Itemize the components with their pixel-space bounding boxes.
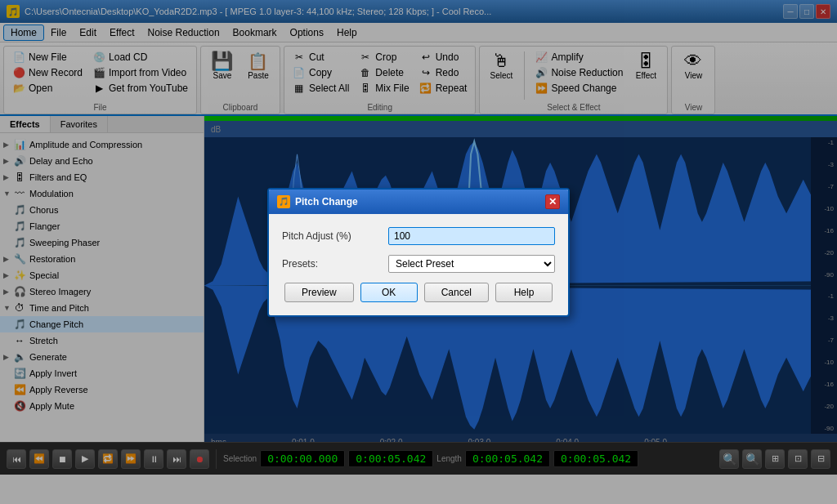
help-btn[interactable]: Help <box>495 283 553 302</box>
modal-title-bar: 🎵 Pitch Change ✕ <box>269 190 568 214</box>
modal-title-left: 🎵 Pitch Change <box>277 195 358 208</box>
presets-select[interactable]: Select Preset <box>388 255 555 273</box>
modal-overlay: 🎵 Pitch Change ✕ Pitch Adjust (%) Preset… <box>0 0 837 504</box>
presets-label: Presets: <box>282 258 388 270</box>
pitch-adjust-row: Pitch Adjust (%) <box>282 227 555 245</box>
modal-title-icon: 🎵 <box>277 195 290 208</box>
modal-body: Pitch Adjust (%) Presets: Select Preset … <box>269 214 568 315</box>
presets-row: Presets: Select Preset <box>282 255 555 273</box>
modal-buttons: Preview OK Cancel Help <box>282 283 555 302</box>
ok-btn[interactable]: OK <box>360 283 418 302</box>
modal-title-text: Pitch Change <box>295 196 358 207</box>
modal-close-btn[interactable]: ✕ <box>545 194 560 209</box>
cancel-btn[interactable]: Cancel <box>424 283 489 302</box>
pitch-change-modal: 🎵 Pitch Change ✕ Pitch Adjust (%) Preset… <box>267 188 570 317</box>
preview-btn[interactable]: Preview <box>284 283 354 302</box>
pitch-adjust-label: Pitch Adjust (%) <box>282 230 388 242</box>
pitch-adjust-input[interactable] <box>388 227 555 245</box>
